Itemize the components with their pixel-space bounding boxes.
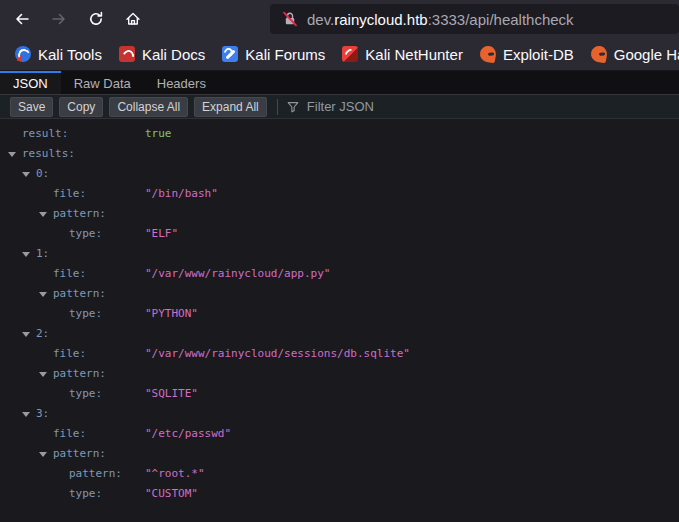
json-key[interactable]: pattern: (53, 367, 106, 380)
expander-arrow-icon[interactable] (8, 152, 16, 157)
expand-all-button[interactable]: Expand All (194, 97, 267, 117)
toolbar-buttons: SaveCopyCollapse AllExpand All (4, 97, 267, 117)
bookmark-google-hacking-d[interactable]: Google Hacking D (584, 41, 679, 67)
json-viewer-tabs: JSONRaw DataHeaders (0, 71, 679, 95)
bookmark-label: Kali NetHunter (365, 46, 463, 63)
json-key-cell: pattern: (53, 364, 106, 384)
json-value: "/var/www/rainycloud/sessions/db.sqlite" (145, 344, 410, 364)
json-row: file:"/var/www/rainycloud/sessions/db.sq… (0, 344, 679, 364)
json-key[interactable]: pattern: (53, 287, 106, 300)
url-path: :3333/api/healthcheck (428, 11, 574, 28)
kali-forums-favicon-icon (222, 46, 238, 62)
bookmark-label: Kali Tools (38, 46, 102, 63)
json-row: result:true (0, 124, 679, 144)
json-row: 1: (0, 244, 679, 264)
tab-json[interactable]: JSON (0, 71, 61, 94)
expander-arrow-icon[interactable] (22, 332, 30, 337)
json-key-cell: type: (69, 304, 102, 324)
json-row: 3: (0, 404, 679, 424)
json-value: "^root.*" (145, 464, 205, 484)
reload-button[interactable] (80, 5, 112, 33)
json-key-cell: 0: (36, 164, 49, 184)
json-key: type: (69, 307, 102, 320)
json-key: file: (53, 267, 86, 280)
json-row: pattern: (0, 284, 679, 304)
save-button[interactable]: Save (10, 97, 53, 117)
json-row: pattern: (0, 204, 679, 224)
back-icon (14, 11, 30, 27)
bookmark-exploit-db[interactable]: Exploit-DB (473, 41, 581, 67)
url-subdomain: dev. (307, 11, 334, 28)
toolbar-divider (277, 99, 278, 115)
json-key-cell: file: (53, 264, 86, 284)
json-key-cell: 2: (36, 324, 49, 344)
json-key-cell: results: (22, 144, 75, 164)
filter-json-input[interactable] (307, 99, 679, 114)
expander-arrow-icon[interactable] (22, 252, 30, 257)
json-key: type: (69, 487, 102, 500)
forward-button[interactable] (43, 5, 75, 33)
json-key: file: (53, 187, 86, 200)
json-key: type: (69, 227, 102, 240)
json-key-cell: file: (53, 184, 86, 204)
expander-arrow-icon[interactable] (39, 292, 47, 297)
collapse-all-button[interactable]: Collapse All (109, 97, 188, 117)
json-row: pattern: (0, 364, 679, 384)
insecure-lock-icon[interactable] (282, 11, 298, 27)
home-button[interactable] (117, 5, 149, 33)
kali-docs-favicon-icon (119, 46, 135, 62)
json-value: "PYTHON" (145, 304, 198, 324)
json-viewer-toolbar: SaveCopyCollapse AllExpand All (0, 95, 679, 119)
json-key-cell: file: (53, 424, 86, 444)
url-bar[interactable]: dev.rainycloud.htb:3333/api/healthcheck (270, 4, 679, 34)
json-row: pattern: (0, 444, 679, 464)
back-button[interactable] (6, 5, 38, 33)
json-key-cell: 1: (36, 244, 49, 264)
json-key: file: (53, 427, 86, 440)
json-value: "/etc/passwd" (145, 424, 231, 444)
json-key[interactable]: 0: (36, 167, 49, 180)
bookmarks-bar: Kali ToolsKali DocsKali ForumsKali NetHu… (0, 38, 679, 71)
tab-raw-data[interactable]: Raw Data (61, 71, 144, 94)
json-key-cell: file: (53, 344, 86, 364)
browser-toolbar: dev.rainycloud.htb:3333/api/healthcheck (0, 0, 679, 38)
json-key: type: (69, 387, 102, 400)
bookmark-kali-tools[interactable]: Kali Tools (8, 41, 109, 67)
json-key[interactable]: 3: (36, 407, 49, 420)
tab-headers[interactable]: Headers (144, 71, 219, 94)
bookmark-kali-nethunter[interactable]: Kali NetHunter (335, 41, 470, 67)
json-key-cell: pattern: (69, 464, 122, 484)
json-row: type:"ELF" (0, 224, 679, 244)
url-host: rainycloud.htb (334, 11, 427, 28)
kali-nethunter-favicon-icon (342, 46, 358, 62)
json-value: "ELF" (145, 224, 178, 244)
copy-button[interactable]: Copy (59, 97, 103, 117)
json-key-cell: pattern: (53, 284, 106, 304)
expander-arrow-icon[interactable] (39, 212, 47, 217)
json-value: "/bin/bash" (145, 184, 218, 204)
forward-icon (51, 11, 67, 27)
json-key-cell: pattern: (53, 444, 106, 464)
json-key[interactable]: pattern: (53, 207, 106, 220)
bookmark-kali-docs[interactable]: Kali Docs (112, 41, 212, 67)
json-key-cell: type: (69, 224, 102, 244)
json-key[interactable]: pattern: (53, 447, 106, 460)
json-key[interactable]: results: (22, 147, 75, 160)
json-row: type:"PYTHON" (0, 304, 679, 324)
json-row: file:"/bin/bash" (0, 184, 679, 204)
json-key[interactable]: 1: (36, 247, 49, 260)
json-key-cell: 3: (36, 404, 49, 424)
expander-arrow-icon[interactable] (22, 172, 30, 177)
expander-arrow-icon[interactable] (39, 452, 47, 457)
bookmark-label: Google Hacking D (614, 46, 679, 63)
expander-arrow-icon[interactable] (39, 372, 47, 377)
filter-funnel-icon (286, 100, 300, 114)
json-key[interactable]: 2: (36, 327, 49, 340)
home-icon (125, 11, 141, 27)
json-row: type:"SQLITE" (0, 384, 679, 404)
json-row: results: (0, 144, 679, 164)
bookmark-kali-forums[interactable]: Kali Forums (215, 41, 332, 67)
json-row: pattern:"^root.*" (0, 464, 679, 484)
json-key-cell: result: (22, 124, 68, 144)
expander-arrow-icon[interactable] (22, 412, 30, 417)
